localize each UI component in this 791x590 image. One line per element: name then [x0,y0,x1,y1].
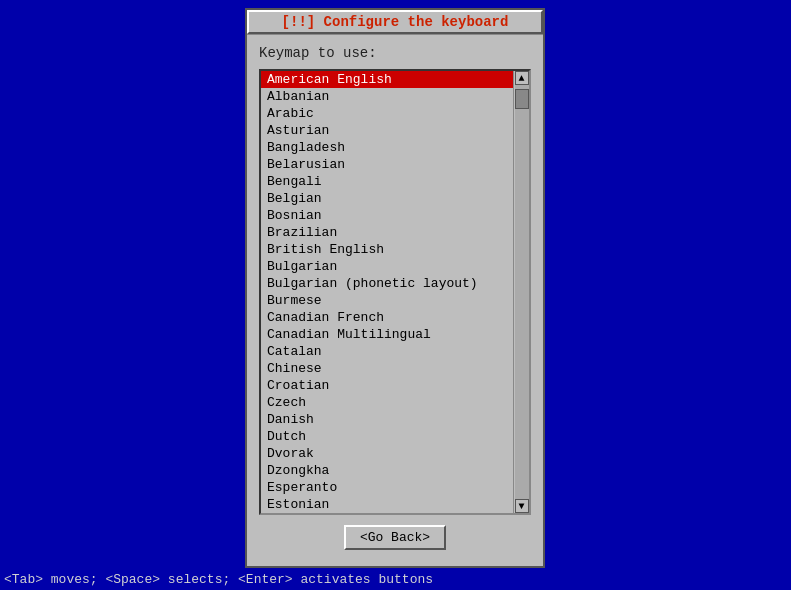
list-item[interactable]: Danish [261,411,513,428]
keymap-list-container: American EnglishAlbanianArabicAsturianBa… [259,69,531,515]
status-bar: <Tab> moves; <Space> selects; <Enter> ac… [0,569,791,590]
list-item[interactable]: Bosnian [261,207,513,224]
keymap-list[interactable]: American EnglishAlbanianArabicAsturianBa… [261,71,513,513]
list-item[interactable]: Dutch [261,428,513,445]
scrollbar: ▲ ▼ [513,71,529,513]
dialog-body: Keymap to use: American EnglishAlbanianA… [247,35,543,566]
list-item[interactable]: Bangladesh [261,139,513,156]
list-item[interactable]: Dvorak [261,445,513,462]
list-item[interactable]: Estonian [261,496,513,513]
list-item[interactable]: Brazilian [261,224,513,241]
dialog-title-text: [!!] Configure the keyboard [282,14,509,30]
go-back-button[interactable]: <Go Back> [344,525,446,550]
button-row: <Go Back> [259,515,531,556]
list-item[interactable]: Arabic [261,105,513,122]
list-item[interactable]: Bengali [261,173,513,190]
list-item[interactable]: American English [261,71,513,88]
list-item[interactable]: Bulgarian (phonetic layout) [261,275,513,292]
list-item[interactable]: Dzongkha [261,462,513,479]
list-item[interactable]: Canadian Multilingual [261,326,513,343]
list-item[interactable]: Canadian French [261,309,513,326]
list-item[interactable]: Belarusian [261,156,513,173]
list-item[interactable]: Bulgarian [261,258,513,275]
list-item[interactable]: Burmese [261,292,513,309]
list-item[interactable]: British English [261,241,513,258]
list-item[interactable]: Asturian [261,122,513,139]
configure-keyboard-dialog: [!!] Configure the keyboard Keymap to us… [245,8,545,568]
list-item[interactable]: Belgian [261,190,513,207]
list-item[interactable]: Esperanto [261,479,513,496]
list-item[interactable]: Albanian [261,88,513,105]
list-item[interactable]: Czech [261,394,513,411]
scroll-up-arrow[interactable]: ▲ [515,71,529,85]
list-item[interactable]: Chinese [261,360,513,377]
scroll-down-arrow[interactable]: ▼ [515,499,529,513]
keymap-label: Keymap to use: [259,45,531,61]
list-item[interactable]: Catalan [261,343,513,360]
scroll-thumb[interactable] [515,89,529,109]
scroll-track [515,85,529,499]
dialog-title: [!!] Configure the keyboard [247,10,543,35]
list-item[interactable]: Croatian [261,377,513,394]
